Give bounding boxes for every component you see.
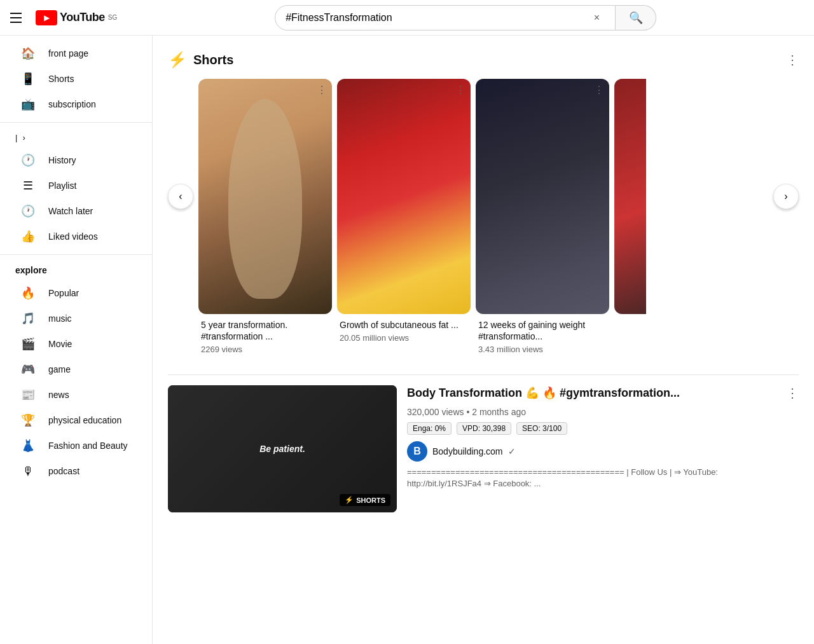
short-card-wrapper-3: ⋮: [476, 79, 609, 314]
sidebar-label-subscription: subscription: [48, 99, 96, 109]
shorts-badge: ⚡ SHORTS: [340, 494, 390, 506]
short-3-title: 12 weeks of gaining weight #transformati…: [478, 319, 607, 342]
sidebar-divider-1: [0, 122, 152, 123]
app-container: YouTubeSG × 🔍 🏠 front page 📱 Shorts 📺 su…: [0, 0, 814, 644]
search-clear-button[interactable]: ×: [589, 12, 605, 24]
sidebar-item-news[interactable]: 📰 news: [5, 382, 147, 408]
youtube-logo[interactable]: YouTubeSG: [36, 10, 117, 25]
section-toggle-chevron: ›: [22, 133, 25, 142]
logo-icon: [36, 10, 57, 25]
shorts-more-button[interactable]: ⋮: [786, 52, 799, 67]
sidebar-label-front-page: front page: [48, 48, 88, 58]
hamburger-menu[interactable]: [10, 10, 25, 25]
history-icon: 🕐: [20, 153, 36, 168]
sidebar-item-popular[interactable]: 🔥 Popular: [5, 280, 147, 306]
shorts-nav-icon: 📱: [20, 71, 36, 86]
sidebar-item-music[interactable]: 🎵 music: [5, 306, 147, 331]
playlist-icon: ☰: [20, 178, 36, 193]
thumbs-up-icon: 👍: [20, 229, 36, 244]
sidebar-item-movie[interactable]: 🎬 Movie: [5, 331, 147, 357]
shorts-scroll-container: ⋮ 5 year transformation. #transformation…: [198, 79, 768, 359]
game-icon: 🎮: [20, 362, 36, 377]
short-1-title: 5 year transformation. #transformation .…: [201, 319, 329, 342]
sidebar-label-shorts: Shorts: [48, 74, 74, 84]
sidebar-label-podcast: podcast: [48, 466, 79, 476]
search-container: × 🔍: [275, 5, 656, 31]
tag-vpd: VPD: 30,398: [457, 422, 511, 435]
sidebar-label-physical-education: physical education: [48, 415, 121, 425]
shorts-title-area: ⚡ Shorts: [168, 51, 233, 69]
short-card-1[interactable]: ⋮ 5 year transformation. #transformation…: [198, 79, 332, 359]
sidebar-section-toggle[interactable]: | ›: [0, 128, 152, 147]
sidebar-label-popular: Popular: [48, 288, 79, 298]
sidebar-label-movie: Movie: [48, 339, 72, 349]
sidebar-item-history[interactable]: 🕐 History: [5, 147, 147, 173]
search-bar: ×: [275, 5, 616, 31]
sidebar-label-playlist: Playlist: [48, 181, 76, 191]
fashion-icon: 👗: [20, 438, 36, 453]
video-result: Be patient. ⚡ SHORTS Body Transformation…: [168, 374, 799, 512]
watch-later-icon: 🕐: [20, 203, 36, 219]
sidebar-item-physical-education[interactable]: 🏆 physical education: [5, 408, 147, 433]
news-icon: 📰: [20, 387, 36, 402]
short-thumbnail-1: [198, 79, 332, 314]
short-card-3[interactable]: ⋮ 12 weeks of gaining weight #transforma…: [476, 79, 609, 359]
sidebar: 🏠 front page 📱 Shorts 📺 subscription | ›…: [0, 36, 153, 644]
short-3-views: 3.43 million views: [478, 345, 607, 354]
shorts-row: ‹ ⋮ 5 year transfo: [168, 79, 799, 359]
shorts-section-header: ⚡ Shorts ⋮: [168, 51, 799, 69]
video-menu-button[interactable]: ⋮: [786, 385, 799, 401]
sidebar-item-playlist[interactable]: ☰ Playlist: [5, 173, 147, 198]
sidebar-item-game[interactable]: 🎮 game: [5, 357, 147, 382]
short-thumbnail-3: [476, 79, 609, 314]
shorts-next-arrow[interactable]: ›: [773, 184, 799, 209]
sidebar-item-front-page[interactable]: 🏠 front page: [5, 41, 147, 66]
content-area: ⚡ Shorts ⋮ ‹: [153, 36, 814, 644]
shorts-bolt-icon: ⚡: [168, 51, 187, 69]
short-2-info: Growth of subcutaneous fat ... 20.05 mil…: [337, 314, 471, 348]
home-icon: 🏠: [20, 46, 36, 61]
channel-name[interactable]: Bodybuilding.com: [432, 446, 503, 456]
short-card-wrapper-4: [614, 79, 646, 314]
short-card-4[interactable]: [614, 79, 646, 359]
short-2-title: Growth of subcutaneous fat ...: [340, 319, 468, 331]
video-time-ago: 2 months ago: [472, 407, 526, 417]
sidebar-item-podcast[interactable]: 🎙 podcast: [5, 458, 147, 484]
music-icon: 🎵: [20, 311, 36, 326]
video-thumbnail[interactable]: Be patient. ⚡ SHORTS: [168, 385, 397, 512]
video-thumb-text: Be patient.: [259, 444, 305, 454]
video-more-menu: ⋮: [786, 385, 799, 512]
short-thumbnail-4: [614, 79, 646, 314]
movie-icon: 🎬: [20, 336, 36, 352]
search-button[interactable]: 🔍: [616, 5, 656, 31]
channel-avatar: B: [407, 441, 427, 462]
sidebar-label-history: History: [48, 155, 76, 165]
short-card-wrapper-1: ⋮: [198, 79, 332, 314]
short-3-menu-button[interactable]: ⋮: [594, 84, 604, 96]
sidebar-label-fashion-beauty: Fashion and Beauty: [48, 441, 128, 451]
channel-avatar-text: B: [413, 446, 421, 457]
logo-country: SG: [108, 14, 117, 21]
trophy-icon: 🏆: [20, 413, 36, 428]
short-thumbnail-2: [337, 79, 471, 314]
sidebar-item-shorts[interactable]: 📱 Shorts: [5, 66, 147, 92]
short-card-wrapper-2: ⋮: [337, 79, 471, 314]
video-meta: 320,000 views • 2 months ago: [407, 407, 776, 417]
explore-header: explore: [0, 260, 152, 280]
sidebar-item-subscription[interactable]: 📺 subscription: [5, 92, 147, 117]
short-1-info: 5 year transformation. #transformation .…: [198, 314, 332, 359]
tag-seo: SEO: 3/100: [516, 422, 567, 435]
sidebar-item-liked-videos[interactable]: 👍 Liked videos: [5, 224, 147, 249]
shorts-badge-icon: ⚡: [345, 496, 354, 504]
short-1-menu-button[interactable]: ⋮: [317, 84, 327, 96]
channel-row: B Bodybuilding.com ✓: [407, 441, 776, 462]
short-2-menu-button[interactable]: ⋮: [455, 84, 466, 96]
shorts-prev-arrow[interactable]: ‹: [168, 184, 193, 209]
shorts-section-title: Shorts: [193, 53, 233, 67]
short-card-2[interactable]: ⋮ Growth of subcutaneous fat ... 20.05 m…: [337, 79, 471, 359]
sidebar-item-fashion-beauty[interactable]: 👗 Fashion and Beauty: [5, 433, 147, 458]
verified-icon: ✓: [508, 446, 516, 456]
sidebar-label-liked-videos: Liked videos: [48, 231, 98, 242]
search-input[interactable]: [286, 12, 589, 24]
sidebar-item-watch-later[interactable]: 🕐 Watch later: [5, 198, 147, 224]
